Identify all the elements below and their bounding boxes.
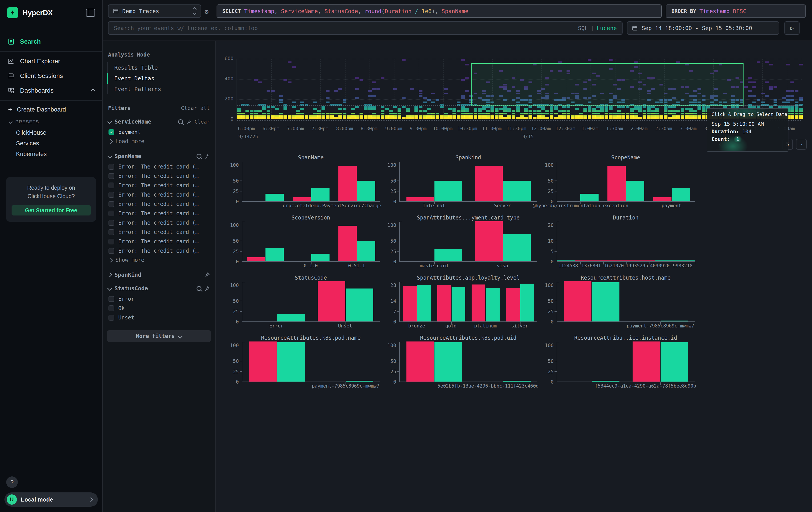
sidebar-item-dashboards[interactable]: Dashboards xyxy=(0,83,102,98)
mini-chart-plot[interactable] xyxy=(399,162,537,202)
filter-checkbox-row[interactable]: Error: The credit card (… xyxy=(107,181,211,190)
order-by-editor[interactable]: ORDER BY Timestamp DESC xyxy=(666,4,806,18)
sidebar-item-search[interactable]: Search xyxy=(0,34,102,49)
x-tick-label: 1621070 xyxy=(604,263,624,268)
clear-all-button[interactable]: Clear all xyxy=(181,105,210,111)
filter-checkbox-row[interactable]: Error: The credit card (… xyxy=(107,199,211,209)
sql-mode-toggle[interactable]: SQL xyxy=(578,25,588,31)
search-icon[interactable] xyxy=(178,119,183,124)
pin-icon[interactable] xyxy=(186,119,192,125)
mini-chart-y-axis: 10050250 xyxy=(537,342,557,382)
presets-toggle[interactable]: PRESETS xyxy=(0,116,102,127)
checkbox-icon[interactable] xyxy=(109,220,114,226)
sql-editor[interactable]: SELECT Timestamp, ServiceName, StatusCod… xyxy=(216,4,662,18)
chevron-down-icon[interactable] xyxy=(107,154,112,159)
run-query-button[interactable]: ▷ xyxy=(784,21,800,35)
search-icon[interactable] xyxy=(197,154,201,159)
heatmap-cell xyxy=(284,104,287,106)
create-dashboard-button[interactable]: Create Dashboard xyxy=(0,103,102,116)
filter-checkbox-row[interactable]: Error: The credit card (… xyxy=(107,209,211,218)
search-input[interactable]: Search your events w/ Lucene ex. column:… xyxy=(108,21,622,35)
more-filters-button[interactable]: More filters xyxy=(107,330,211,342)
sidebar-item-kubernetes[interactable]: Kubernetes xyxy=(0,149,102,159)
y-tick-label: 7 xyxy=(393,309,396,314)
filter-checkbox-row[interactable]: Error xyxy=(107,294,211,304)
help-button[interactable]: ? xyxy=(6,476,18,488)
checkbox-icon[interactable] xyxy=(109,183,114,188)
filter-checkbox-row[interactable]: Ok xyxy=(107,304,211,313)
analysis-mode-event-patterns[interactable]: Event Patterns xyxy=(107,84,211,95)
mini-chart-plot[interactable] xyxy=(242,162,380,202)
pin-icon[interactable] xyxy=(205,154,210,159)
checkbox-icon[interactable] xyxy=(109,211,114,216)
load-more-button[interactable]: Load more xyxy=(107,137,211,146)
filter-checkbox-row[interactable]: Error: The credit card (… xyxy=(107,246,211,255)
filter-section-title[interactable]: StatusCode xyxy=(115,285,148,292)
mini-chart-plot[interactable] xyxy=(557,282,695,322)
analysis-mode-results-table[interactable]: Results Table xyxy=(107,62,211,73)
checkbox-checked-icon[interactable]: ✓ xyxy=(109,129,114,135)
heatmap-cell xyxy=(660,115,663,117)
checkbox-icon[interactable] xyxy=(109,173,114,179)
date-range-picker[interactable]: Sep 14 18:00:00 - Sep 15 05:30:00 xyxy=(627,21,779,35)
sidebar-item-services[interactable]: Services xyxy=(0,138,102,149)
heatmap-cell xyxy=(533,113,536,114)
sidebar-item-chart-explorer[interactable]: Chart Explorer xyxy=(0,54,102,69)
search-icon[interactable] xyxy=(197,286,201,291)
mini-chart-plot[interactable] xyxy=(242,342,380,382)
chevron-down-icon[interactable] xyxy=(107,286,112,291)
checkbox-icon[interactable] xyxy=(109,239,114,244)
heatmap-cell xyxy=(436,113,439,114)
filter-checkbox-row[interactable]: Error: The credit card (… xyxy=(107,190,211,199)
get-started-button[interactable]: Get Started for Free xyxy=(11,205,91,215)
mini-chart-plot[interactable] xyxy=(557,342,695,382)
analysis-mode-event-deltas[interactable]: Event Deltas xyxy=(107,73,211,84)
heatmap-cell xyxy=(279,99,283,101)
selection-rectangle[interactable] xyxy=(471,63,744,106)
mini-chart-plot[interactable] xyxy=(242,222,380,262)
chevron-right-icon[interactable] xyxy=(107,272,112,277)
mini-chart-plot[interactable] xyxy=(242,282,380,322)
checkbox-icon[interactable] xyxy=(109,201,114,207)
mini-chart-plot[interactable] xyxy=(557,162,695,202)
checkbox-icon[interactable] xyxy=(109,192,114,198)
mini-chart-plot[interactable] xyxy=(399,342,537,382)
checkbox-icon[interactable] xyxy=(109,229,114,235)
sidebar-item-clickhouse[interactable]: ClickHouse xyxy=(0,127,102,138)
filter-checkbox-row[interactable]: Error: The credit card (… xyxy=(107,237,211,246)
filter-checkbox-row[interactable]: Error: The credit card (… xyxy=(107,218,211,227)
filter-checkbox-row[interactable]: Error: The credit card (… xyxy=(107,171,211,181)
lucene-mode-toggle[interactable]: Lucene xyxy=(597,25,617,31)
heatmap-cell xyxy=(359,79,363,81)
source-select[interactable]: Demo Traces xyxy=(108,4,201,18)
filter-checkbox-row[interactable]: Error: The credit card (… xyxy=(107,162,211,171)
checkbox-icon[interactable] xyxy=(109,315,114,321)
filter-clear-button[interactable]: Clear xyxy=(195,119,210,125)
filter-section-title[interactable]: SpanName xyxy=(115,153,141,159)
checkbox-icon[interactable] xyxy=(109,164,114,170)
filter-value-label: Error: The credit card (… xyxy=(118,210,199,217)
checkbox-icon[interactable] xyxy=(109,305,114,311)
checkbox-icon[interactable] xyxy=(109,296,114,302)
chevron-down-icon[interactable] xyxy=(107,119,112,124)
pin-icon[interactable] xyxy=(205,286,210,291)
heatmap-x-tick-label: 6:00pm xyxy=(238,126,255,131)
filter-checkbox-row[interactable]: ✓payment xyxy=(107,128,211,137)
sidebar-item-client-sessions[interactable]: Client Sessions xyxy=(0,69,102,83)
show-more-button[interactable]: Show more xyxy=(107,255,211,265)
pin-icon[interactable] xyxy=(205,272,210,277)
mini-chart-plot[interactable] xyxy=(399,282,537,322)
filter-checkbox-row[interactable]: Unset xyxy=(107,313,211,322)
next-page-button[interactable]: › xyxy=(796,139,807,150)
gear-icon[interactable]: ⚙ xyxy=(205,7,208,16)
mini-chart-plot[interactable] xyxy=(557,222,695,262)
heatmap-cell xyxy=(469,117,473,119)
mini-chart-plot[interactable] xyxy=(399,222,537,262)
filter-section-title[interactable]: SpanKind xyxy=(115,272,141,278)
user-menu[interactable]: U Local mode xyxy=(4,492,98,507)
heatmap-cell xyxy=(630,117,634,119)
sidebar-collapse-icon[interactable] xyxy=(86,9,95,17)
filter-checkbox-row[interactable]: Error: The credit card (… xyxy=(107,227,211,237)
filter-section-title[interactable]: ServiceName xyxy=(115,118,151,125)
checkbox-icon[interactable] xyxy=(109,248,114,254)
